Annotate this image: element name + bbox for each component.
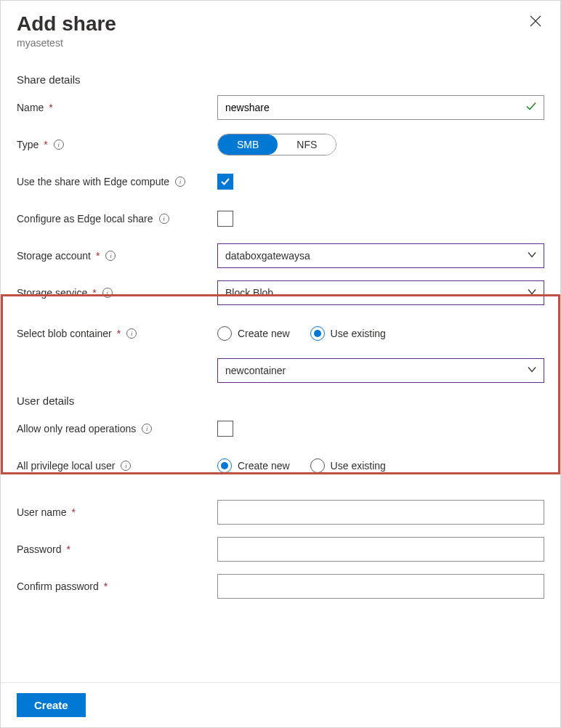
storage-service-label: Storage service bbox=[17, 287, 87, 299]
username-label: User name bbox=[17, 506, 66, 518]
storage-account-label: Storage account bbox=[17, 250, 91, 262]
edge-compute-checkbox[interactable] bbox=[217, 174, 233, 190]
info-icon[interactable]: i bbox=[54, 139, 64, 150]
type-label: Type bbox=[17, 139, 39, 150]
required-mark: * bbox=[66, 543, 70, 555]
user-use-existing-radio[interactable]: Use existing bbox=[310, 458, 386, 473]
required-mark: * bbox=[49, 102, 52, 113]
close-button[interactable] bbox=[527, 12, 544, 32]
share-details-heading: Share details bbox=[17, 73, 544, 86]
resource-subtitle: myasetest bbox=[17, 37, 116, 49]
user-details-heading: User details bbox=[17, 395, 544, 407]
type-nfs-option[interactable]: NFS bbox=[278, 134, 336, 155]
info-icon[interactable]: i bbox=[105, 251, 116, 261]
required-mark: * bbox=[96, 250, 100, 262]
info-icon[interactable]: i bbox=[159, 214, 169, 224]
radio-label: Use existing bbox=[331, 328, 386, 339]
read-only-checkbox[interactable] bbox=[217, 421, 233, 437]
read-only-label: Allow only read operations bbox=[17, 423, 136, 434]
local-share-label: Configure as Edge local share bbox=[17, 213, 153, 225]
info-icon[interactable]: i bbox=[126, 328, 137, 339]
close-icon bbox=[530, 15, 541, 27]
blob-use-existing-radio[interactable]: Use existing bbox=[310, 326, 386, 341]
username-input[interactable] bbox=[217, 500, 544, 525]
type-toggle[interactable]: SMB NFS bbox=[217, 134, 336, 155]
info-icon[interactable]: i bbox=[142, 424, 152, 434]
create-button[interactable]: Create bbox=[17, 693, 86, 717]
blob-container-select[interactable]: newcontainer bbox=[217, 358, 544, 383]
name-input[interactable] bbox=[217, 95, 544, 120]
radio-label: Create new bbox=[238, 460, 290, 472]
valid-check-icon bbox=[525, 101, 537, 115]
required-mark: * bbox=[104, 581, 108, 592]
user-create-new-radio[interactable]: Create new bbox=[217, 458, 290, 473]
checkmark-icon bbox=[220, 177, 230, 187]
info-icon[interactable]: i bbox=[175, 177, 185, 187]
privilege-user-radio-group: Create new Use existing bbox=[217, 458, 386, 473]
radio-label: Create new bbox=[238, 328, 290, 339]
required-mark: * bbox=[44, 139, 47, 150]
privilege-user-label: All privilege local user bbox=[17, 460, 115, 472]
required-mark: * bbox=[92, 287, 96, 299]
local-share-checkbox[interactable] bbox=[217, 211, 233, 227]
password-input[interactable] bbox=[217, 537, 544, 562]
info-icon[interactable]: i bbox=[102, 288, 113, 298]
radio-label: Use existing bbox=[331, 460, 386, 472]
info-icon[interactable]: i bbox=[121, 461, 131, 471]
confirm-password-label: Confirm password bbox=[17, 581, 99, 592]
password-label: Password bbox=[17, 543, 61, 555]
page-title: Add share bbox=[17, 12, 116, 36]
blob-create-new-radio[interactable]: Create new bbox=[217, 326, 290, 341]
blob-container-radio-group: Create new Use existing bbox=[217, 326, 386, 341]
name-label: Name bbox=[17, 102, 44, 113]
storage-service-select[interactable]: Block Blob bbox=[217, 280, 544, 305]
edge-compute-label: Use the share with Edge compute bbox=[17, 176, 169, 187]
required-mark: * bbox=[71, 506, 75, 518]
type-smb-option[interactable]: SMB bbox=[218, 134, 278, 155]
confirm-password-input[interactable] bbox=[217, 574, 544, 599]
storage-account-select[interactable]: databoxgatewaysa bbox=[217, 243, 544, 268]
required-mark: * bbox=[117, 328, 121, 339]
blob-container-label: Select blob container bbox=[17, 328, 112, 339]
